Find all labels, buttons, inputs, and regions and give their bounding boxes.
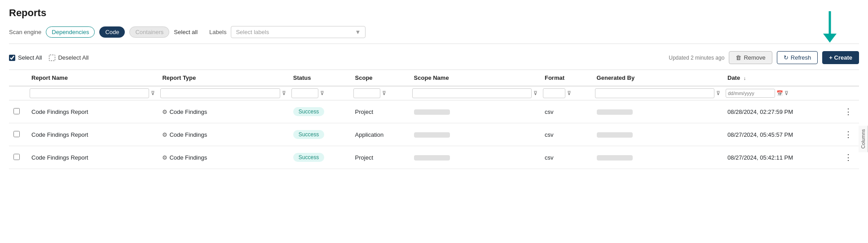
filter-report-name-cell: ⊽ — [27, 86, 158, 100]
filter-status-funnel[interactable]: ⊽ — [320, 90, 324, 96]
row-more-button[interactable]: ⋮ — [842, 129, 855, 140]
filter-report-type-input[interactable] — [160, 88, 280, 98]
gear-icon: ⚙ — [162, 154, 167, 161]
toolbar-right: Updated 2 minutes ago 🗑 Remove ↻ Refresh… — [669, 51, 859, 64]
gear-icon: ⚙ — [162, 131, 167, 138]
columns-side-label: Columns — [860, 129, 866, 148]
filter-generated-by-input[interactable] — [595, 88, 714, 98]
engine-btn-dependencies[interactable]: Dependencies — [46, 26, 95, 38]
col-scope: Scope — [351, 70, 410, 87]
status-badge: Success — [293, 107, 324, 116]
row-scope: Project — [351, 146, 410, 169]
generated-by-blurred — [597, 155, 633, 161]
create-button[interactable]: + Create — [822, 51, 859, 64]
labels-placeholder: Select labels — [236, 29, 269, 35]
engine-btn-containers[interactable]: Containers — [129, 26, 169, 38]
table-row: Code Findings Report ⚙Code Findings Succ… — [9, 146, 859, 169]
select-all-label: Select All — [18, 54, 42, 61]
toolbar-left: Select All Deselect All — [9, 54, 88, 61]
filter-scope-cell: ⊽ — [351, 86, 410, 100]
row-checkbox-cell — [9, 146, 27, 169]
sort-icon: ↓ — [744, 75, 746, 81]
row-scope-name — [410, 100, 540, 123]
create-label: + Create — [829, 54, 852, 61]
row-more-button[interactable]: ⋮ — [842, 106, 855, 117]
reports-table: Report Name Report Type Status Scope Sco… — [9, 69, 859, 169]
select-all-checkbox[interactable] — [9, 55, 15, 61]
row-checkbox-2[interactable] — [13, 154, 20, 160]
filter-date-cell: 📅 ⊽ — [723, 86, 838, 100]
row-scope: Application — [351, 123, 410, 146]
page-container: Reports Scan engine Dependencies Code Co… — [0, 0, 868, 243]
filter-scope-name-funnel[interactable]: ⊽ — [533, 90, 538, 96]
row-status: Success — [289, 123, 351, 146]
filter-select-all-link[interactable]: Select all — [174, 29, 198, 35]
deselect-all-button[interactable]: Deselect All — [49, 54, 88, 61]
row-scope: Project — [351, 100, 410, 123]
filter-generated-by-cell: ⊽ — [592, 86, 723, 100]
scope-name-blurred — [414, 132, 450, 138]
filter-report-name-input[interactable] — [30, 88, 149, 98]
col-scope-name: Scope Name — [410, 70, 540, 87]
page-title: Reports — [9, 7, 859, 19]
engine-btn-code[interactable]: Code — [99, 26, 125, 38]
filter-date-calendar-icon[interactable]: 📅 — [776, 90, 783, 96]
arrow-indicator — [819, 9, 841, 46]
table-row: Code Findings Report ⚙Code Findings Succ… — [9, 123, 859, 146]
remove-button[interactable]: 🗑 Remove — [729, 51, 772, 64]
filter-format-input[interactable] — [543, 88, 565, 98]
filter-date-input[interactable] — [726, 89, 775, 98]
filter-scope-input[interactable] — [353, 88, 380, 98]
row-scope-name — [410, 123, 540, 146]
row-generated-by — [592, 100, 723, 123]
svg-marker-1 — [823, 34, 837, 43]
filter-format-funnel[interactable]: ⊽ — [567, 90, 571, 96]
status-badge: Success — [293, 153, 324, 162]
table-header-row: Report Name Report Type Status Scope Sco… — [9, 70, 859, 87]
updated-text: Updated 2 minutes ago — [669, 55, 724, 61]
row-status: Success — [289, 146, 351, 169]
select-all-checkbox-label[interactable]: Select All — [9, 54, 42, 61]
col-report-type: Report Type — [158, 70, 288, 87]
labels-label: Labels — [209, 29, 226, 35]
row-checkbox-0[interactable] — [13, 108, 20, 114]
col-status: Status — [289, 70, 351, 87]
deselect-icon — [49, 55, 55, 61]
row-more-button[interactable]: ⋮ — [842, 152, 855, 163]
status-badge: Success — [293, 130, 324, 139]
refresh-button[interactable]: ↻ Refresh — [777, 51, 818, 64]
labels-dropdown-icon: ▼ — [355, 29, 361, 35]
filter-generated-by-funnel[interactable]: ⊽ — [716, 90, 720, 96]
col-format: Format — [540, 70, 592, 87]
generated-by-blurred — [597, 132, 633, 138]
row-report-name: Code Findings Report — [27, 123, 158, 146]
filter-date-funnel[interactable]: ⊽ — [784, 90, 789, 96]
row-actions-cell: ⋮ — [838, 100, 859, 123]
columns-side-tab[interactable]: Columns — [859, 126, 868, 152]
row-generated-by — [592, 123, 723, 146]
row-actions-cell: ⋮ — [838, 146, 859, 169]
col-date[interactable]: Date ↓ — [723, 70, 838, 87]
filter-scope-name-input[interactable] — [412, 88, 532, 98]
filter-scope-funnel[interactable]: ⊽ — [382, 90, 386, 96]
filter-status-input[interactable] — [291, 88, 318, 98]
filter-row: ⊽ ⊽ ⊽ — [9, 86, 859, 100]
row-date: 08/27/2024, 05:42:11 PM — [723, 146, 838, 169]
row-checkbox-cell — [9, 123, 27, 146]
filter-scope-name-cell: ⊽ — [410, 86, 540, 100]
row-date: 08/28/2024, 02:27:59 PM — [723, 100, 838, 123]
gear-icon: ⚙ — [162, 108, 167, 115]
table-row: Code Findings Report ⚙Code Findings Succ… — [9, 100, 859, 123]
row-checkbox-1[interactable] — [13, 131, 20, 137]
row-actions-cell: ⋮ — [838, 123, 859, 146]
row-date: 08/27/2024, 05:45:57 PM — [723, 123, 838, 146]
row-status: Success — [289, 100, 351, 123]
row-generated-by — [592, 146, 723, 169]
filter-report-name-funnel[interactable]: ⊽ — [151, 90, 155, 96]
trash-icon: 🗑 — [736, 54, 741, 61]
labels-select[interactable]: Select labels ▼ — [231, 26, 366, 38]
filter-report-type-funnel[interactable]: ⊽ — [282, 90, 286, 96]
row-report-name: Code Findings Report — [27, 100, 158, 123]
row-report-type: ⚙Code Findings — [158, 146, 288, 169]
toolbar: Select All Deselect All Updated 2 minute… — [9, 51, 859, 64]
